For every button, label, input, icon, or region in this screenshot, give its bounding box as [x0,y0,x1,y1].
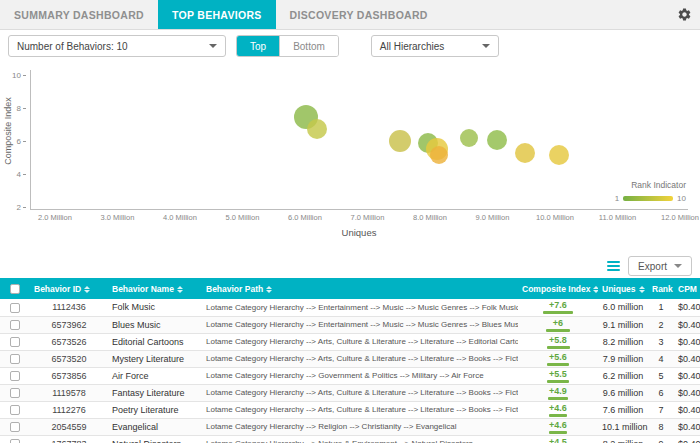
x-axis-tick-label: 4.0 Million [150,213,210,222]
composite-index-value: +5.6 [522,353,594,362]
row-checkbox[interactable] [10,371,20,381]
x-axis-tick-label: 9.0 Million [463,213,523,222]
composite-index-value: +5.5 [522,370,594,379]
composite-index-bar [546,329,570,332]
column-label: Behavior Name [112,284,174,294]
uniques-cell: 8.2 million [598,333,648,350]
rank-indicator-legend: Rank Indicator 1 10 [615,180,686,203]
column-header-behavior-name[interactable]: Behavior Name [108,278,202,299]
rank-cell: 7 [648,401,674,418]
column-header-behavior-path[interactable]: Behavior Path [202,278,518,299]
column-header-composite-index[interactable]: Composite Index [518,278,598,299]
chart: Composite Index Uniques Rank Indicator 1… [0,62,700,254]
export-button[interactable]: Export [628,256,692,276]
row-select-cell [0,401,30,418]
column-header-cpm[interactable]: CPM [674,278,700,299]
uniques-cell: 7.6 million [598,401,648,418]
composite-index-cell: +4.6 [518,401,598,418]
row-checkbox[interactable] [10,388,20,398]
behavior-path-cell: Lotame Category Hierarchy --> Nature & E… [202,435,518,443]
column-header-uniques[interactable]: Uniques [598,278,648,299]
chevron-down-icon [482,44,490,48]
behavior-name-cell: Folk Music [108,299,202,316]
table-row: 6573526Editorial CartoonsLotame Category… [0,333,700,350]
chart-bubble[interactable] [460,129,478,147]
composite-index-cell: +7.6 [518,299,598,316]
behavior-id-cell: 2054559 [30,418,108,435]
sort-icon [177,286,183,293]
behavior-path-cell: Lotame Category Hierarchy --> Religion -… [202,418,518,435]
gear-icon [677,7,692,22]
rank-cell: 9 [648,435,674,443]
uniques-cell: 10.1 million [598,418,648,435]
row-checkbox[interactable] [10,422,20,432]
layers-icon[interactable] [607,261,620,271]
number-of-behaviors-dropdown[interactable]: Number of Behaviors: 10 [8,35,226,57]
composite-index-value: +5.8 [522,336,594,345]
uniques-cell: 9.1 million [598,316,648,333]
column-header-rank[interactable]: Rank [648,278,674,299]
behavior-name-cell: Fantasy Literature [108,384,202,401]
column-label: Behavior Path [206,284,263,294]
behavior-id-cell: 1119578 [30,384,108,401]
hierarchies-dropdown[interactable]: All Hierarchies [371,35,499,57]
behavior-id-cell: 1112436 [30,299,108,316]
sort-icon [266,286,272,293]
rank-cell: 3 [648,333,674,350]
behavior-name-cell: Mystery Literature [108,350,202,367]
composite-index-cell: +5.6 [518,350,598,367]
x-axis-tick-label: 5.0 Million [213,213,273,222]
chart-bubble[interactable] [549,145,569,165]
rank-cell: 4 [648,350,674,367]
table-header-row: Behavior IDBehavior NameBehavior PathCom… [0,278,700,299]
settings-button[interactable] [668,0,700,29]
top-button[interactable]: Top [237,36,279,56]
sort-icon [84,286,90,293]
row-checkbox[interactable] [10,337,20,347]
composite-index-bar [549,431,567,434]
select-all-checkbox[interactable] [10,284,20,294]
behavior-id-cell: 1112276 [30,401,108,418]
rank-cell: 8 [648,418,674,435]
column-header-behavior-id[interactable]: Behavior ID [30,278,108,299]
row-checkbox[interactable] [10,320,20,330]
row-checkbox[interactable] [10,303,20,313]
chevron-down-icon [674,264,682,268]
behavior-path-cell: Lotame Category Hierarchy --> Entertainm… [202,299,518,316]
composite-index-value: +4.5 [522,438,594,443]
y-axis-tick-label: 4 [0,170,26,179]
behavior-path-cell: Lotame Category Hierarchy --> Arts, Cult… [202,333,518,350]
cpm-cell: $0.40 [674,435,700,443]
chart-bubble[interactable] [515,143,535,163]
x-axis-tick-label: 3.0 Million [88,213,148,222]
column-label: CPM [678,284,697,294]
cpm-cell: $0.40 [674,299,700,316]
behavior-name-cell: Evangelical [108,418,202,435]
behavior-id-cell: 6573526 [30,333,108,350]
row-checkbox[interactable] [10,405,20,415]
x-axis-label: Uniques [30,227,688,238]
chart-bubble[interactable] [307,119,327,139]
tab-summary-dashboard[interactable]: SUMMARY DASHBOARD [0,0,158,29]
row-checkbox[interactable] [10,354,20,364]
row-checkbox[interactable] [10,439,20,443]
chart-bubble[interactable] [487,130,507,150]
composite-index-value: +7.6 [522,301,594,310]
cpm-cell: $0.40 [674,367,700,384]
row-select-cell [0,350,30,367]
behavior-id-cell: 6573856 [30,367,108,384]
table-row: 2054559EvangelicalLotame Category Hierar… [0,418,700,435]
sort-icon [593,286,598,293]
tab-top-behaviors[interactable]: TOP BEHAVIORS [158,0,276,29]
column-label: Uniques [602,284,636,294]
chart-bubble[interactable] [430,146,448,164]
bottom-button[interactable]: Bottom [279,36,338,56]
behavior-name-cell: Natural Disasters [108,435,202,443]
chart-bubble[interactable] [389,130,411,152]
export-label: Export [638,261,667,272]
composite-index-bar [547,346,570,349]
behavior-id-cell: 6573962 [30,316,108,333]
x-axis-tick-label: 11.0 Million [588,213,648,222]
number-of-behaviors-value: Number of Behaviors: 10 [17,41,128,52]
tab-discovery-dashboard[interactable]: DISCOVERY DASHBOARD [276,0,442,29]
